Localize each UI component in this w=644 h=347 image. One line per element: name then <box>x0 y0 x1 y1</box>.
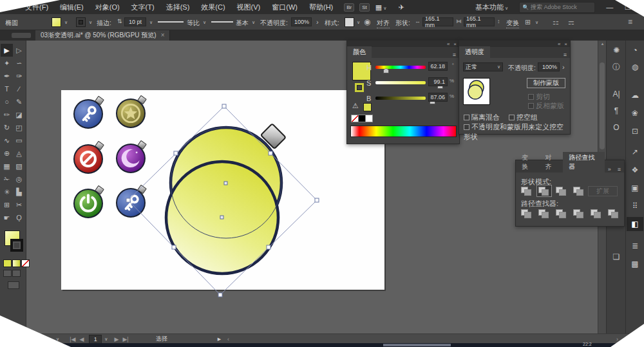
transform-link[interactable]: 变换 <box>506 19 519 28</box>
mesh-tool[interactable]: ▦ <box>1 160 13 173</box>
profile-chevron[interactable]: ∨ <box>203 20 206 25</box>
close-panel-icon[interactable]: × <box>564 41 567 47</box>
panel-overflow-icon[interactable]: » <box>605 166 614 173</box>
artboard-chevron[interactable]: ∨ <box>104 337 108 342</box>
collapse-panel-icon[interactable]: « <box>447 41 450 47</box>
character-panel-icon[interactable]: A| <box>608 87 625 101</box>
info-panel-icon[interactable]: ⓘ <box>608 60 625 74</box>
workspace-switcher[interactable]: 基本功能∨ <box>469 3 514 12</box>
stroke-color-swatch[interactable] <box>76 17 86 27</box>
swatches-panel-icon[interactable]: ✺ <box>608 43 625 57</box>
brush-chevron[interactable]: ∨ <box>252 20 255 25</box>
brush-definition-value[interactable]: 基本 <box>236 19 249 28</box>
prev-artboard-icon[interactable]: ◀ <box>79 336 84 342</box>
screen-mode-button[interactable] <box>8 281 19 289</box>
collapse-panel-icon[interactable]: « <box>558 41 560 47</box>
align-panel-icon[interactable]: ⠿ <box>627 199 643 213</box>
adobe-stock-search[interactable]: 🔍 搜索 Adobe Stock <box>519 2 595 13</box>
slider-value[interactable]: 87.06 <box>428 93 448 102</box>
color-panel-menu-icon[interactable]: ≡ <box>450 52 459 58</box>
ellipse-tool[interactable]: ○ <box>1 95 13 108</box>
transform-icon[interactable]: ⊞ <box>525 18 531 26</box>
last-artboard-icon[interactable]: ▶| <box>122 336 128 342</box>
isolate-blending-checkbox[interactable]: 隔离混合 <box>464 113 500 122</box>
type-tool[interactable]: T <box>1 82 13 95</box>
eyedropper-tool[interactable]: ✁ <box>1 173 13 185</box>
slider-value[interactable]: 99.1 <box>428 77 448 86</box>
menu-item-7[interactable]: 窗口(W) <box>266 3 303 12</box>
fill-color-swatch[interactable] <box>52 17 61 27</box>
shape-height-value[interactable]: 165.1 mm <box>464 17 495 26</box>
color-mode-button[interactable] <box>3 259 12 267</box>
draw-behind-button[interactable] <box>12 270 21 277</box>
selection-tool[interactable]: ▶ <box>1 44 13 57</box>
intersect-button[interactable] <box>554 185 569 196</box>
shape-width-value[interactable]: 165.1 mm <box>422 17 453 26</box>
menu-item-3[interactable]: 文字(T) <box>126 3 160 12</box>
color-stroke-proxy[interactable] <box>355 83 364 92</box>
slider-handle[interactable] <box>383 68 389 73</box>
object-thumbnail[interactable] <box>463 78 490 105</box>
pathfinder-mini-icon[interactable]: ❏ <box>608 250 625 264</box>
stroke-weight-chevron[interactable]: ∨ <box>149 20 153 25</box>
slider-track[interactable] <box>375 81 426 84</box>
distribute-objects-icon[interactable]: ⚎ <box>568 18 574 26</box>
gamut-swatch[interactable] <box>363 103 372 111</box>
export-panel-icon[interactable]: ↗ <box>627 145 643 159</box>
apps-grid-icon[interactable]: ▦∨ <box>370 3 393 12</box>
transparency-opacity-value[interactable]: 100% <box>538 62 560 71</box>
pathfinder-menu-icon[interactable]: ≡ <box>614 166 624 173</box>
shape-builder-tool[interactable]: ⊕ <box>1 147 13 160</box>
style-swatch[interactable] <box>345 17 354 27</box>
libraries-panel-icon[interactable]: ▣ <box>627 181 643 195</box>
exclude-button[interactable] <box>572 185 586 196</box>
outline-button[interactable] <box>589 208 603 219</box>
menu-item-8[interactable]: 帮助(H) <box>303 3 339 12</box>
color-spectrum-bar[interactable] <box>350 126 457 137</box>
stroke-swatch-indicator[interactable] <box>10 239 23 252</box>
close-panel-icon[interactable]: × <box>453 41 457 47</box>
upper-center-anchor[interactable] <box>224 182 227 185</box>
status-play-icon[interactable]: ▶ <box>218 337 221 342</box>
lower-center-anchor[interactable] <box>220 216 223 219</box>
fill-chevron-icon[interactable]: ∨ <box>64 20 68 25</box>
recolor-artwork-icon[interactable]: ◍ <box>627 60 643 74</box>
menu-item-4[interactable]: 选择(S) <box>160 3 196 12</box>
next-artboard-icon[interactable]: ▶ <box>114 336 118 342</box>
document-tab[interactable]: 03渐变透明.ai* @ 50% (RGB/GPU 预览) × <box>35 30 170 41</box>
scale-tool[interactable]: ◰ <box>13 121 25 134</box>
slider-value[interactable]: 62.18 <box>428 62 448 71</box>
tools-dock-grip[interactable] <box>12 33 31 38</box>
stock-button[interactable]: St <box>359 3 370 12</box>
gradient-mode-button[interactable] <box>12 259 21 267</box>
slider-track[interactable] <box>375 66 426 69</box>
symbols-panel-icon[interactable]: ❀ <box>627 106 643 120</box>
align-objects-icon[interactable]: ⚏ <box>553 18 559 26</box>
transform-chevron[interactable]: ∨ <box>535 20 538 25</box>
width-tool[interactable]: ∿ <box>1 134 13 147</box>
curvature-tool[interactable]: ✑ <box>13 70 25 82</box>
creative-cloud-icon[interactable]: ☁ <box>627 88 643 102</box>
pen-tool[interactable]: ✒ <box>1 70 13 82</box>
menu-item-6[interactable]: 视图(V) <box>231 3 267 12</box>
white-swatch[interactable] <box>365 115 373 122</box>
artboard-number[interactable]: 1 <box>89 335 102 344</box>
define-knockout-checkbox[interactable]: 不透明度和蒙版用来定义挖空形状 <box>464 122 570 142</box>
minus-back-button[interactable] <box>607 208 621 219</box>
bridge-button[interactable]: Br <box>344 3 354 12</box>
eraser-tool[interactable]: ◪ <box>13 108 25 121</box>
magic-wand-tool[interactable]: ✦ <box>1 57 13 70</box>
scroll-right-icon[interactable]: › <box>616 336 618 342</box>
paintbrush-tool[interactable]: ✎ <box>13 95 25 108</box>
trim-button[interactable] <box>537 208 551 219</box>
line-tool[interactable]: ∕ <box>13 82 25 95</box>
stroke-weight-value[interactable]: 10 pt <box>124 17 146 26</box>
gradient-tool[interactable]: ▧ <box>13 160 25 173</box>
menu-item-2[interactable]: 对象(O) <box>90 3 126 12</box>
out-of-gamut-warning-icon[interactable]: ⚠ <box>352 102 359 110</box>
opentype-panel-icon[interactable]: O <box>608 120 625 135</box>
slice-tool[interactable]: ✂ <box>13 198 25 211</box>
blend-tool[interactable]: ◎ <box>13 173 25 185</box>
draw-normal-button[interactable] <box>3 270 12 277</box>
pathfinder-panel-icon[interactable]: ◧ <box>627 217 643 231</box>
